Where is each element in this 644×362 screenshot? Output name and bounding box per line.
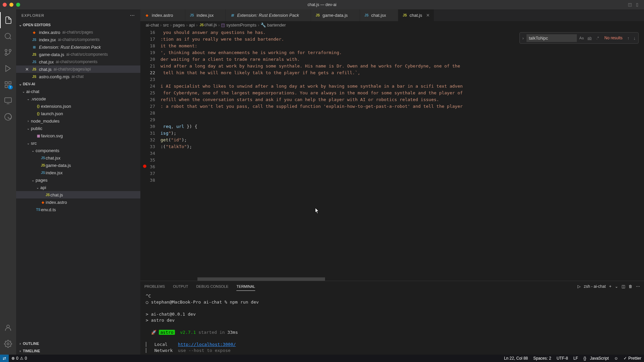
code-editor[interactable]: 1617181920212223242526272829303132333435…: [140, 29, 644, 277]
find-expand-icon[interactable]: ›: [521, 36, 525, 41]
tree-file[interactable]: {}launch.json: [16, 110, 140, 117]
chevron-right-icon: ›: [17, 342, 23, 346]
editor-tab[interactable]: ◈index.astro✕: [140, 9, 185, 21]
breadcrumb-item[interactable]: api: [189, 22, 195, 28]
activity-debug[interactable]: [0, 60, 16, 77]
status-position[interactable]: Ln 22, Col 88: [501, 356, 531, 361]
panel-tab-output[interactable]: OUTPUT: [173, 282, 188, 290]
tree-file[interactable]: ◈index.astro: [16, 198, 140, 206]
close-icon[interactable]: ✕: [24, 67, 30, 72]
editor-tab[interactable]: ⊞Extension: Rust Extension Pack✕: [226, 9, 311, 21]
tree-file[interactable]: ▦favicon.svg: [16, 132, 140, 139]
activity-extensions[interactable]: 7: [0, 77, 16, 93]
tree-file[interactable]: JSchat.jsx: [16, 154, 140, 162]
editor-tab[interactable]: JSchat.jsx✕: [360, 9, 398, 21]
tree-folder[interactable]: ⌄src: [16, 139, 140, 147]
split-terminal-icon[interactable]: ◫: [622, 284, 625, 289]
open-editor-item[interactable]: ○ ◈ index.astro ai-chat/src/pages: [16, 29, 140, 36]
status-prettier[interactable]: ✓ Prettier: [621, 356, 644, 361]
tree-folder[interactable]: ›node_modules: [16, 117, 140, 125]
open-editor-item[interactable]: ○ ⊞ Extension: Rust Extension Pack: [16, 43, 140, 51]
activity-remote[interactable]: [0, 93, 16, 109]
sidebar-more-icon[interactable]: ⋯: [130, 13, 135, 18]
layout-panel-icon[interactable]: ◫: [628, 2, 633, 7]
horizontal-scrollbar[interactable]: [140, 277, 644, 281]
open-editor-item[interactable]: ○ JS game-data.js ai-chat/src/components: [16, 51, 140, 58]
outline-header[interactable]: › OUTLINE: [16, 340, 140, 347]
regex-icon[interactable]: .*: [594, 35, 601, 41]
line-number: 24: [140, 83, 155, 90]
whole-word-icon[interactable]: ab: [586, 35, 593, 41]
find-input[interactable]: [526, 34, 577, 42]
find-next-icon[interactable]: ↓: [632, 36, 637, 41]
remote-button[interactable]: ⇄: [0, 355, 9, 362]
tree-folder[interactable]: ⌄pages: [16, 176, 140, 184]
svg-rect-6: [5, 82, 7, 84]
tree-file[interactable]: JSindex.jsx: [16, 169, 140, 176]
panel-tab-problems[interactable]: PROBLEMS: [144, 282, 165, 290]
terminal-launch-icon[interactable]: ▷: [578, 284, 581, 289]
tree-file[interactable]: TSenv.d.ts: [16, 206, 140, 213]
activity-explorer[interactable]: [0, 12, 16, 28]
breadcrumb-item[interactable]: ai-chat: [146, 22, 159, 28]
status-eol[interactable]: LF: [571, 356, 581, 361]
code-line: [160, 170, 644, 177]
tree-file[interactable]: {}extensions.json: [16, 102, 140, 110]
terminal-label[interactable]: zsh - ai-chat: [584, 284, 606, 289]
panel-more-icon[interactable]: ⋯: [636, 284, 640, 289]
breadcrumb[interactable]: ai-chat›src›pages›api›JSchat.js›◫ system…: [140, 21, 644, 29]
tree-file[interactable]: JSgame-data.js: [16, 162, 140, 169]
tree-folder[interactable]: ⌄components: [16, 147, 140, 154]
tree-folder[interactable]: ⌄public: [16, 125, 140, 132]
editor-tab[interactable]: JSindex.jsx✕: [185, 9, 226, 21]
status-language[interactable]: {} JavaScript: [581, 356, 611, 361]
breadcrumb-item[interactable]: 🔧 bartender: [261, 22, 286, 28]
tree-folder[interactable]: ⌄.vscode: [16, 95, 140, 102]
window-close-icon[interactable]: [3, 3, 7, 7]
layout-sidebar-icon[interactable]: ▯: [636, 2, 641, 7]
terminal-content[interactable]: ^C○ stephan@MacBook-Pro ai-chat % npm ru…: [140, 292, 644, 355]
activity-settings[interactable]: [0, 336, 16, 352]
breadcrumb-item[interactable]: ◫ systemPrompts: [221, 22, 256, 28]
scrollbar-thumb[interactable]: [197, 277, 325, 281]
window-minimize-icon[interactable]: [9, 3, 13, 7]
open-editor-item[interactable]: ○ JS index.jsx ai-chat/src/components: [16, 36, 140, 43]
close-icon[interactable]: ✕: [426, 13, 430, 18]
open-editors-header[interactable]: ⌄ OPEN EDITORS: [16, 21, 140, 29]
match-case-icon[interactable]: Aa: [578, 35, 585, 41]
status-spaces[interactable]: Spaces: 2: [531, 356, 554, 361]
editor-tab[interactable]: JSgame-data.js✕: [311, 9, 360, 21]
jsx-file-icon: JS: [32, 59, 37, 64]
activity-edge[interactable]: [0, 109, 16, 125]
line-number: 22: [140, 70, 155, 76]
breadcrumb-item[interactable]: src: [163, 22, 169, 28]
chevron-down-icon: ⌄: [26, 97, 31, 101]
open-editor-item[interactable]: ○ JS chat.jsx ai-chat/src/components: [16, 58, 140, 65]
breakpoint-icon[interactable]: [143, 165, 146, 168]
jsx-file-icon: JS: [40, 155, 46, 161]
window-maximize-icon[interactable]: [16, 3, 20, 7]
terminal-dropdown-icon[interactable]: ⌄: [615, 284, 618, 289]
panel-tab-terminal[interactable]: TERMINAL: [236, 282, 255, 291]
project-header[interactable]: ⌄ DEV-AI: [16, 80, 140, 88]
tree-folder[interactable]: ⌄ai-chat: [16, 88, 140, 95]
status-errors[interactable]: ⊗0 ⚠0: [9, 356, 30, 361]
svg-rect-7: [9, 82, 11, 84]
breadcrumb-item[interactable]: JSchat.js: [199, 22, 217, 28]
timeline-header[interactable]: › TIMELINE: [16, 347, 140, 355]
open-editor-item[interactable]: ✕ JS chat.js ai-chat/src/pages/api: [16, 65, 140, 73]
breadcrumb-item[interactable]: pages: [173, 22, 185, 28]
status-feedback[interactable]: ☺: [611, 356, 621, 361]
panel-tab-debug-console[interactable]: DEBUG CONSOLE: [196, 282, 228, 290]
new-terminal-icon[interactable]: +: [609, 284, 611, 289]
status-encoding[interactable]: UTF-8: [554, 356, 571, 361]
tree-folder[interactable]: ⌄api: [16, 184, 140, 191]
activity-account[interactable]: [0, 320, 16, 336]
open-editor-item[interactable]: ○ JS astro.config.mjs ai-chat: [16, 73, 140, 80]
tree-file[interactable]: JSchat.js: [16, 191, 140, 198]
activity-source-control[interactable]: [0, 44, 16, 60]
find-prev-icon[interactable]: ↑: [626, 36, 631, 41]
editor-tab[interactable]: JSchat.js✕: [398, 9, 434, 21]
activity-search[interactable]: [0, 28, 16, 44]
kill-terminal-icon[interactable]: 🗑: [629, 284, 633, 289]
